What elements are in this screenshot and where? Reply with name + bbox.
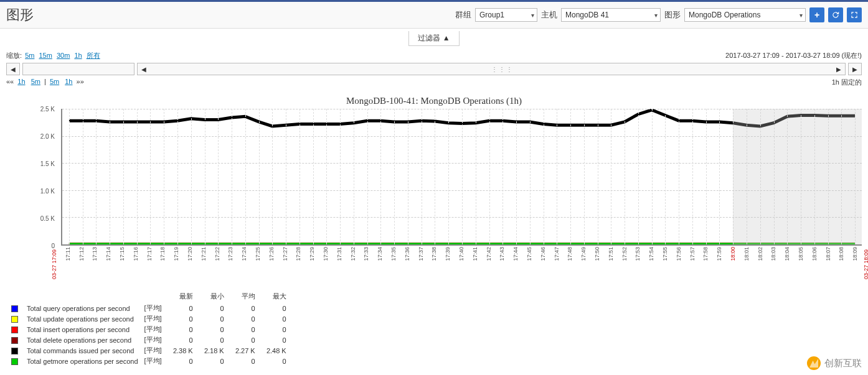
- shift-left-5m[interactable]: 5m: [31, 78, 40, 85]
- refresh-button[interactable]: [828, 7, 843, 22]
- zoom-all[interactable]: 所有: [87, 52, 100, 59]
- zoom-label: 缩放:: [6, 52, 22, 59]
- plot-area: [61, 109, 862, 246]
- group-label: 群组: [455, 9, 471, 21]
- fixed-label: 1h 固定的: [832, 78, 862, 87]
- chart-title: MongoDB-100-41: MongoDB Operations (1h): [6, 96, 862, 106]
- shift-row: «« 1h 5m | 5m 1h »» 1h 固定的: [0, 75, 868, 90]
- group-select[interactable]: Group1: [475, 8, 537, 22]
- group-select-value: Group1: [479, 11, 504, 19]
- legend-row: Total commands issued per second[平均]2.38…: [11, 345, 293, 356]
- shift-right-5m[interactable]: 5m: [50, 78, 59, 85]
- scroll-track-left[interactable]: [22, 63, 134, 75]
- watermark-logo-icon: [807, 356, 821, 370]
- watermark: 创新互联: [807, 356, 862, 370]
- shift-right-fast[interactable]: »»: [77, 78, 84, 85]
- x-start-label: 03-27 17:09: [51, 249, 57, 279]
- zoom-15m[interactable]: 15m: [39, 52, 52, 59]
- x-axis: 03-27 17:09 03-27 18:09 17:1117:1217:131…: [61, 246, 862, 283]
- zoom-1h[interactable]: 1h: [74, 52, 82, 59]
- scroll-track-main[interactable]: ◀ ⋮⋮⋮ ▶: [137, 63, 846, 75]
- host-select-value: MongoDB 41: [565, 11, 609, 19]
- filter-tab: 过滤器 ▲: [0, 29, 868, 49]
- y-axis: 00.5 K1.0 K1.5 K2.0 K2.5 K: [6, 109, 61, 246]
- legend-row: Total update operations per second[平均]00…: [11, 313, 293, 324]
- shift-left-fast[interactable]: ««: [6, 78, 14, 85]
- add-button[interactable]: +: [809, 7, 824, 22]
- filter-toggle[interactable]: 过滤器 ▲: [408, 31, 459, 46]
- shift-right-1h[interactable]: 1h: [65, 78, 72, 85]
- scroll-right-small[interactable]: ▶: [848, 63, 862, 75]
- time-range-text: 2017-03-27 17:09 - 2017-03-27 18:09 (现在!…: [725, 51, 862, 60]
- legend-row: Total delete operations per second[平均]00…: [11, 335, 293, 345]
- host-label: 主机: [541, 9, 557, 21]
- legend-row: Total query operations per second[平均]000…: [11, 303, 293, 313]
- host-select[interactable]: MongoDB 41: [561, 8, 661, 22]
- legend-row: Total getmore operations per second[平均]0…: [11, 356, 293, 366]
- legend-header: 最新 最小 平均 最大: [11, 292, 293, 303]
- chart: MongoDB-100-41: MongoDB Operations (1h) …: [0, 90, 868, 283]
- shift-left-1h[interactable]: 1h: [17, 78, 25, 85]
- header: 图形 群组 Group1 主机 MongoDB 41 图形 MongoDB Op…: [0, 2, 868, 29]
- x-end-label: 03-27 18:09: [863, 249, 868, 279]
- legend-table: 最新 最小 平均 最大 Total query operations per s…: [11, 292, 293, 366]
- fullscreen-button[interactable]: [847, 7, 862, 22]
- zoom-row: 缩放: 5m 15m 30m 1h 所有 2017-03-27 17:09 - …: [0, 49, 868, 63]
- selectors: 群组 Group1 主机 MongoDB 41 图形 MongoDB Opera…: [455, 7, 862, 22]
- scroll-row: ◀ ◀ ⋮⋮⋮ ▶ ▶: [0, 63, 868, 75]
- page-title: 图形: [6, 6, 34, 24]
- graph-select-value: MongoDB Operations: [689, 11, 760, 19]
- graph-select[interactable]: MongoDB Operations: [684, 8, 806, 22]
- legend-row: Total insert operations per second[平均]00…: [11, 324, 293, 335]
- scroll-left-small[interactable]: ◀: [6, 63, 20, 75]
- graph-label: 图形: [664, 9, 681, 21]
- zoom-30m[interactable]: 30m: [57, 52, 70, 59]
- zoom-5m[interactable]: 5m: [25, 52, 34, 59]
